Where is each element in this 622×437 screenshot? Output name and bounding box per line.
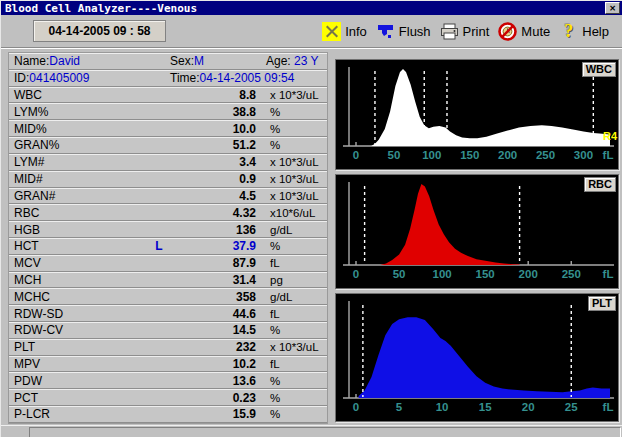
info-button[interactable]: Info bbox=[322, 22, 367, 41]
param-unit: fL bbox=[256, 257, 327, 269]
param-label: PCT bbox=[14, 391, 146, 405]
result-row: LYM# 3.4 x 10*3/uL bbox=[9, 154, 327, 171]
svg-text:fL: fL bbox=[603, 268, 614, 280]
rbc-histogram: RBC 050100150200250fL bbox=[335, 174, 619, 289]
param-value: 10.2 bbox=[172, 357, 256, 371]
param-unit: % bbox=[256, 106, 327, 118]
param-unit: g/dL bbox=[256, 224, 327, 236]
mute-icon bbox=[498, 22, 517, 41]
result-row: RDW-SD 44.6 fL bbox=[9, 305, 327, 322]
result-row: P-LCR 15.9 % bbox=[9, 406, 327, 423]
param-unit: x 10*3/uL bbox=[256, 190, 327, 202]
rbc-chart-label: RBC bbox=[584, 177, 616, 192]
svg-text:fL: fL bbox=[603, 149, 614, 161]
param-label: LYM% bbox=[14, 105, 146, 119]
param-value: 0.23 bbox=[172, 391, 256, 405]
help-button[interactable]: ? Help bbox=[559, 22, 609, 41]
id-label: ID: bbox=[14, 71, 29, 85]
param-unit: fL bbox=[256, 358, 327, 370]
param-value: 4.5 bbox=[172, 189, 256, 203]
param-value: 3.4 bbox=[172, 155, 256, 169]
param-label: PDW bbox=[14, 374, 146, 388]
param-label: RBC bbox=[14, 206, 146, 220]
svg-text:150: 150 bbox=[476, 268, 495, 280]
plt-histogram: PLT 0510152025fL bbox=[335, 293, 619, 422]
svg-text:300: 300 bbox=[574, 149, 593, 161]
wbc-region-label: R4 bbox=[603, 130, 617, 142]
patient-info-row-1: Name:David Sex:M Age: 23 Y bbox=[9, 53, 327, 70]
param-unit: x 10*3/uL bbox=[256, 341, 327, 353]
svg-text:200: 200 bbox=[519, 268, 538, 280]
param-label: MCH bbox=[14, 273, 146, 287]
title-bar: Blood Cell Analyzer----Venous ✕ bbox=[1, 1, 622, 15]
flush-button[interactable]: Flush bbox=[376, 22, 431, 41]
sex-label: Sex: bbox=[170, 54, 194, 68]
result-row: WBC 8.8 x 10*3/uL bbox=[9, 87, 327, 104]
close-icon[interactable]: ✕ bbox=[605, 2, 620, 14]
result-row: GRAN% 51.2 % bbox=[9, 137, 327, 154]
print-icon bbox=[440, 22, 459, 41]
param-label: MID# bbox=[14, 172, 146, 186]
patient-info-row-2: ID:041405009 Time:04-14-2005 09:54 bbox=[9, 70, 327, 87]
toolbar: 04-14-2005 09 : 58 Info Flush bbox=[1, 15, 622, 48]
time-label: Time: bbox=[170, 71, 200, 85]
result-row: MCH 31.4 pg bbox=[9, 272, 327, 289]
param-value: 31.4 bbox=[172, 273, 256, 287]
svg-text:100: 100 bbox=[433, 268, 452, 280]
name-label: Name: bbox=[14, 54, 49, 68]
plt-chart-label: PLT bbox=[588, 296, 616, 311]
result-row: MPV 10.2 fL bbox=[9, 356, 327, 373]
svg-text:150: 150 bbox=[460, 149, 479, 161]
svg-text:fL: fL bbox=[603, 401, 614, 413]
param-label: HCT bbox=[14, 239, 146, 253]
param-label: MID% bbox=[14, 122, 146, 136]
svg-text:20: 20 bbox=[522, 401, 535, 413]
toolbar-buttons: Info Flush bbox=[322, 15, 609, 48]
param-label: GRAN# bbox=[14, 189, 146, 203]
patient-age: 23 Y bbox=[294, 54, 318, 68]
svg-text:250: 250 bbox=[536, 149, 555, 161]
param-unit: % bbox=[256, 139, 327, 151]
result-row: HCT L 37.9 % bbox=[9, 238, 327, 255]
param-value: 358 bbox=[172, 290, 256, 304]
main-area: Name:David Sex:M Age: 23 Y ID:041405009 … bbox=[1, 48, 622, 425]
status-panel bbox=[29, 427, 621, 437]
param-label: MCHC bbox=[14, 290, 146, 304]
help-icon: ? bbox=[559, 22, 578, 41]
param-label: PLT bbox=[14, 340, 146, 354]
param-unit: x 10*3/uL bbox=[256, 89, 327, 101]
result-row: RBC 4.32 x10*6/uL bbox=[9, 204, 327, 221]
status-bar bbox=[1, 425, 622, 437]
param-value: 51.2 bbox=[172, 138, 256, 152]
param-unit: % bbox=[256, 240, 327, 252]
print-button[interactable]: Print bbox=[440, 22, 490, 41]
window-title: Blood Cell Analyzer----Venous bbox=[1, 2, 197, 15]
svg-text:5: 5 bbox=[396, 401, 403, 413]
param-unit: x 10*3/uL bbox=[256, 156, 327, 168]
patient-id: 041405009 bbox=[29, 71, 89, 85]
param-value: 13.6 bbox=[172, 374, 256, 388]
result-row: LYM% 38.8 % bbox=[9, 103, 327, 120]
param-label: RDW-CV bbox=[14, 323, 146, 337]
flush-icon bbox=[376, 22, 395, 41]
param-flag: L bbox=[146, 239, 172, 253]
result-row: PDW 13.6 % bbox=[9, 372, 327, 389]
svg-text:0: 0 bbox=[353, 149, 359, 161]
param-unit: % bbox=[256, 408, 327, 420]
param-label: MCV bbox=[14, 256, 146, 270]
result-row: MCHC 358 g/dL bbox=[9, 288, 327, 305]
param-unit: x 10*3/uL bbox=[256, 173, 327, 185]
result-row: MCV 87.9 fL bbox=[9, 255, 327, 272]
analyzer-window: Blood Cell Analyzer----Venous ✕ 04-14-20… bbox=[0, 0, 622, 437]
param-value: 87.9 bbox=[172, 256, 256, 270]
patient-name: David bbox=[49, 54, 80, 68]
param-value: 8.8 bbox=[172, 88, 256, 102]
svg-text:0: 0 bbox=[353, 401, 359, 413]
param-label: WBC bbox=[14, 88, 146, 102]
svg-text:50: 50 bbox=[388, 149, 401, 161]
mute-button[interactable]: Mute bbox=[498, 22, 550, 41]
param-unit: % bbox=[256, 375, 327, 387]
param-label: GRAN% bbox=[14, 138, 146, 152]
wbc-chart-label: WBC bbox=[582, 62, 616, 77]
info-icon bbox=[322, 22, 341, 41]
